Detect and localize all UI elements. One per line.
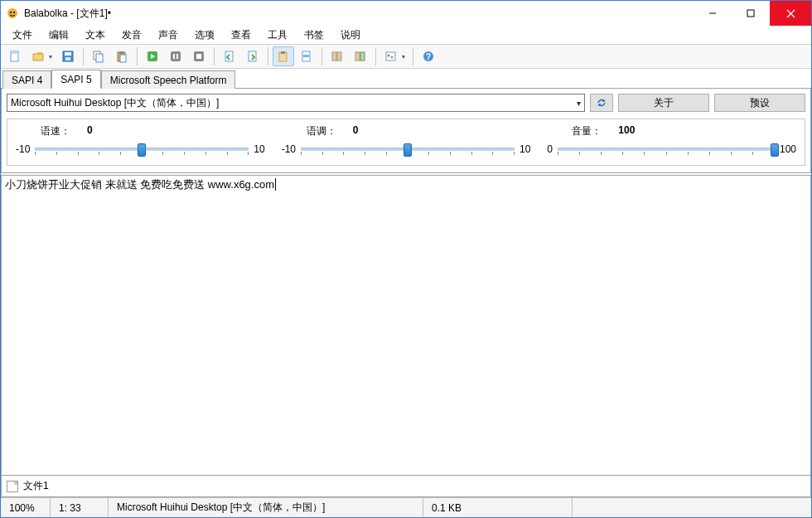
menu-voice[interactable]: 声音	[152, 27, 185, 44]
window-title: Balabolka - [文件1]•	[24, 7, 111, 21]
titlebar: Balabolka - [文件1]•	[1, 1, 811, 26]
tab-msp[interactable]: Microsoft Speech Platform	[101, 70, 236, 89]
volume-max: 100	[780, 143, 796, 155]
volume-value: 100	[618, 124, 635, 138]
volume-min: 0	[547, 143, 553, 155]
svg-rect-30	[337, 52, 341, 61]
svg-rect-26	[281, 51, 285, 54]
svg-point-34	[388, 55, 390, 57]
refresh-voices-button[interactable]	[590, 94, 613, 112]
paste-button[interactable]	[111, 46, 133, 66]
editor-content: 小刀烧饼开业大促销 来就送 免费吃免费送 www.x6g.com	[5, 178, 274, 191]
menu-bookmarks[interactable]: 书签	[297, 27, 331, 44]
svg-rect-19	[173, 54, 175, 59]
rate-min: -10	[16, 143, 30, 155]
menu-text[interactable]: 文本	[79, 27, 112, 44]
svg-rect-10	[65, 52, 71, 56]
svg-point-0	[7, 8, 17, 18]
pitch-label: 语调：	[307, 124, 336, 138]
voice-select[interactable]: Microsoft Huihui Desktop [中文（简体，中国）] ▾	[7, 94, 585, 112]
volume-slider[interactable]	[558, 142, 775, 157]
play-button[interactable]	[142, 46, 163, 66]
pitch-slider[interactable]	[301, 142, 515, 157]
pitch-slider-block: 语调： 0 -10 10	[282, 124, 531, 157]
skins-button[interactable]	[380, 46, 408, 66]
open-file-button[interactable]	[27, 46, 56, 66]
menu-options[interactable]: 选项	[188, 27, 221, 44]
tab-sapi4[interactable]: SAPI 4	[2, 70, 51, 89]
svg-rect-11	[65, 57, 70, 61]
voice-selected-label: Microsoft Huihui Desktop [中文（简体，中国）]	[11, 96, 219, 110]
menu-help[interactable]: 说明	[334, 27, 367, 44]
svg-rect-32	[360, 52, 365, 61]
menu-tools[interactable]: 工具	[261, 27, 294, 44]
chevron-down-icon: ▾	[577, 99, 581, 108]
sliders-group: 语速： 0 -10 10 语调： 0 -10	[7, 119, 805, 166]
maximize-button[interactable]	[732, 1, 770, 26]
highlight-button[interactable]	[296, 46, 317, 66]
rate-label: 语速：	[41, 124, 70, 138]
new-file-button[interactable]	[4, 46, 26, 66]
text-cursor	[275, 178, 276, 191]
dictionary2-button[interactable]	[350, 46, 371, 66]
save-button[interactable]	[57, 46, 79, 66]
svg-point-2	[13, 12, 15, 13]
volume-label: 音量：	[572, 124, 602, 138]
close-button[interactable]	[770, 1, 811, 26]
rate-max: 10	[254, 143, 264, 155]
prev-sentence-button[interactable]	[219, 46, 240, 66]
next-sentence-button[interactable]	[242, 46, 263, 66]
svg-text:?: ?	[426, 52, 431, 61]
read-clipboard-button[interactable]	[273, 46, 294, 66]
minimize-button[interactable]	[694, 1, 732, 26]
document-tabbar: 文件1	[1, 476, 811, 497]
pause-button[interactable]	[165, 46, 186, 66]
status-size: 0.1 KB	[423, 498, 573, 517]
svg-rect-15	[119, 51, 123, 54]
svg-point-1	[10, 12, 12, 13]
svg-rect-22	[196, 54, 201, 59]
svg-rect-28	[303, 55, 309, 57]
menu-view[interactable]: 查看	[225, 27, 258, 44]
svg-rect-8	[11, 51, 18, 54]
text-editor[interactable]: 小刀烧饼开业大促销 来就送 免费吃免费送 www.x6g.com	[1, 175, 811, 476]
status-voice: Microsoft Huihui Desktop [中文（简体，中国）]	[109, 498, 423, 517]
dictionary-button[interactable]	[326, 46, 348, 66]
menu-speak[interactable]: 发音	[115, 27, 148, 44]
pitch-max: 10	[520, 143, 530, 155]
rate-slider[interactable]	[35, 142, 249, 157]
volume-slider-block: 音量： 100 0 100	[547, 124, 796, 157]
svg-rect-4	[747, 10, 754, 17]
status-filler	[573, 498, 811, 517]
copy-button[interactable]	[88, 46, 109, 66]
menu-edit[interactable]: 编辑	[42, 27, 75, 44]
pitch-min: -10	[282, 143, 296, 155]
svg-rect-29	[332, 52, 336, 61]
rate-slider-block: 语速： 0 -10 10	[16, 124, 265, 157]
tab-sapi5[interactable]: SAPI 5	[51, 70, 100, 89]
svg-rect-18	[171, 51, 181, 61]
document-icon	[7, 481, 18, 492]
engine-tabstrip: SAPI 4 SAPI 5 Microsoft Speech Platform	[1, 69, 811, 89]
svg-rect-33	[386, 52, 395, 61]
svg-rect-31	[355, 52, 360, 61]
voice-panel: Microsoft Huihui Desktop [中文（简体，中国）] ▾ 关…	[1, 89, 811, 173]
svg-rect-16	[120, 55, 126, 62]
svg-point-35	[391, 56, 394, 59]
svg-rect-13	[96, 54, 103, 62]
document-tab[interactable]: 文件1	[23, 479, 49, 493]
status-zoom[interactable]: 100%	[1, 498, 51, 517]
help-button[interactable]: ?	[418, 46, 439, 66]
svg-rect-20	[176, 54, 178, 59]
menubar: 文件 编辑 文本 发音 声音 选项 查看 工具 书签 说明	[1, 26, 811, 44]
preset-button[interactable]: 预设	[714, 94, 805, 112]
statusbar: 100% 1: 33 Microsoft Huihui Desktop [中文（…	[1, 497, 811, 517]
stop-button[interactable]	[188, 46, 210, 66]
rate-value: 0	[87, 124, 93, 138]
toolbar: ?	[1, 44, 811, 69]
status-caret-pos: 1: 33	[51, 498, 109, 517]
app-icon	[6, 7, 19, 20]
about-voice-button[interactable]: 关于	[618, 94, 709, 112]
pitch-value: 0	[353, 124, 359, 138]
menu-file[interactable]: 文件	[6, 27, 39, 44]
